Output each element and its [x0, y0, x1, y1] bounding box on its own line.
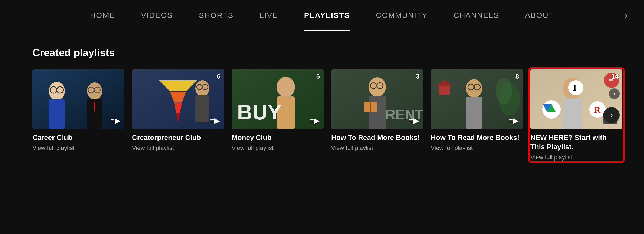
playlist-link-books1[interactable]: View full playlist	[331, 145, 423, 152]
svg-text:R: R	[594, 105, 601, 115]
count-books1: 3	[416, 73, 419, 80]
nav-item-videos[interactable]: VIDEOS	[128, 0, 186, 31]
playlist-name-books2: How To Read More Books!	[431, 133, 523, 142]
playlist-name-money: Money Club	[232, 133, 324, 142]
svg-rect-26	[369, 96, 386, 129]
queue-icon-creator: ≡▶	[210, 116, 220, 125]
bottom-divider	[32, 188, 612, 188]
nav-bar: HOME VIDEOS SHORTS LIVE PLAYLISTS COMMUN…	[0, 0, 644, 31]
svg-rect-43	[563, 99, 582, 129]
svg-rect-34	[466, 97, 482, 129]
svg-point-38	[496, 78, 512, 105]
svg-rect-17	[195, 95, 209, 122]
section-title: Created playlists	[32, 47, 612, 59]
playlist-link-books2[interactable]: View full playlist	[431, 145, 523, 152]
nav-item-channels[interactable]: CHANNELS	[441, 0, 512, 31]
queue-icon-career: ≡▶	[110, 116, 121, 125]
count-money: 6	[316, 73, 320, 80]
playlist-name-books1: How To Read More Books!	[331, 133, 423, 142]
nav-item-home[interactable]: HOME	[77, 0, 128, 31]
playlist-item-creator[interactable]: 6 ≡▶ Creatorpreneur Club View full playl…	[132, 69, 224, 152]
count-books2: 8	[515, 73, 519, 80]
queue-icon-money: ≡▶	[310, 116, 320, 125]
svg-marker-39	[439, 86, 450, 95]
playlist-link-career[interactable]: View full playlist	[32, 145, 124, 152]
count-creator: 6	[217, 73, 220, 80]
playlist-name-career: Career Club	[32, 133, 124, 142]
svg-text:BUY: BUY	[237, 100, 282, 124]
playlist-grid: ≡▶ Career Club View full playlist	[32, 69, 612, 161]
thumbnail-money: BUY 6 ≡▶	[232, 69, 324, 129]
playlist-link-new[interactable]: View full playlist	[530, 154, 622, 161]
playlist-item-money[interactable]: BUY 6 ≡▶ Money Club View full playlist	[232, 69, 324, 152]
nav-item-about[interactable]: ABOUT	[512, 0, 567, 31]
svg-point-21	[277, 77, 295, 97]
nav-item-community[interactable]: COMMUNITY	[363, 0, 441, 31]
thumbnail-books1: RENT 3 ≡▶	[331, 69, 423, 129]
nav-item-playlists[interactable]: PLAYLISTS	[291, 0, 363, 31]
queue-icon-books1: ≡▶	[409, 116, 419, 125]
nav-item-shorts[interactable]: SHORTS	[186, 0, 247, 31]
queue-icon-books2: ≡▶	[509, 116, 519, 125]
playlist-name-creator: Creatorpreneur Club	[132, 133, 224, 142]
count-new: 14	[611, 73, 619, 80]
playlist-name-new: NEW HERE? Start with This Playlist.	[530, 133, 622, 152]
playlist-item-books1[interactable]: RENT 3 ≡▶ How To Read More Books! View f…	[331, 69, 423, 152]
main-content: Created playlists	[0, 31, 644, 177]
nav-items: HOME VIDEOS SHORTS LIVE PLAYLISTS COMMUN…	[77, 0, 567, 31]
nav-arrow-right[interactable]: ›	[625, 10, 628, 20]
playlist-scroll-right[interactable]: ›	[603, 107, 620, 123]
playlist-item-books2[interactable]: 8 ≡▶ How To Read More Books! View full p…	[431, 69, 523, 152]
playlist-link-creator[interactable]: View full playlist	[132, 145, 224, 152]
thumbnail-career: ≡▶	[32, 69, 124, 129]
thumbnail-creator: 6 ≡▶	[132, 69, 224, 129]
svg-rect-2	[49, 99, 65, 129]
playlist-item-career[interactable]: ≡▶ Career Club View full playlist	[32, 69, 124, 152]
thumbnail-books2: 8 ≡▶	[431, 69, 523, 129]
svg-text:I: I	[573, 83, 576, 92]
nav-item-live[interactable]: LIVE	[247, 0, 291, 31]
svg-text:>: >	[612, 91, 616, 97]
playlist-link-money[interactable]: View full playlist	[232, 145, 324, 152]
